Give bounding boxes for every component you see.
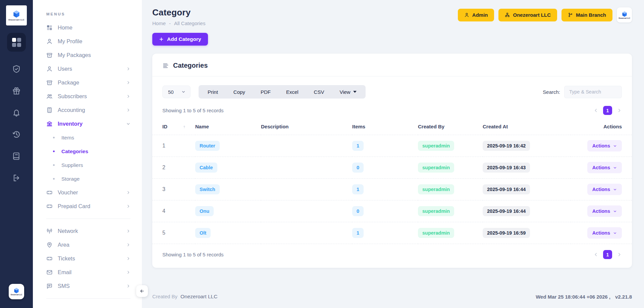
topbar-brand-chip[interactable]: Onezeroart LLC (617, 7, 632, 22)
chevron-down-icon (613, 209, 617, 213)
sidebar-item-suppliers[interactable]: Suppliers (46, 158, 142, 172)
sidebar-item-voucher[interactable]: Voucher (46, 186, 142, 199)
sidebar-item-items[interactable]: Items (46, 131, 142, 144)
row-actions-button[interactable]: Actions (587, 162, 622, 173)
add-category-button[interactable]: Add Category (152, 33, 208, 46)
icon-rail: Onezeroart LLC Onezeroart LLC (0, 0, 33, 308)
chevron-right-icon (126, 256, 130, 261)
history-icon[interactable] (12, 130, 21, 139)
category-name-link[interactable]: Switch (195, 184, 220, 194)
sidebar-item-package[interactable]: Package (46, 76, 142, 89)
box-icon (46, 79, 53, 86)
brand-logo-bottom[interactable]: Onezeroart LLC (9, 284, 24, 299)
book-icon[interactable] (12, 152, 21, 161)
export-excel-button[interactable]: Excel (278, 86, 306, 97)
sidebar-item-area[interactable]: Area (46, 238, 142, 252)
user-icon (46, 66, 53, 72)
breadcrumb-current: All Categories (174, 20, 205, 26)
topbar-actions: Admin Onezeroart LLC Main Branch Onezero… (458, 7, 632, 22)
sidebar-section-label: MENUS (46, 12, 142, 16)
row-actions-button[interactable]: Actions (587, 227, 622, 239)
category-name-link[interactable]: Onu (195, 206, 214, 216)
sidebar-item-categories[interactable]: Categories (46, 144, 142, 158)
row-actions-button[interactable]: Actions (587, 205, 622, 217)
column-header-actions[interactable]: Actions (571, 119, 632, 135)
sidebar-item-my-profile[interactable]: My Profile (46, 35, 142, 48)
row-actions-button[interactable]: Actions (587, 184, 622, 195)
row-description (261, 157, 352, 179)
gift-icon[interactable] (12, 86, 21, 95)
sidebar-item-users[interactable]: Users (46, 62, 142, 76)
export-pdf-button[interactable]: PDF (253, 86, 278, 97)
plus-icon (159, 37, 164, 42)
sidebar-item-label: Accounting (58, 107, 85, 113)
rail-dashboard-button[interactable] (7, 33, 26, 52)
row-actions-button[interactable]: Actions (587, 140, 622, 151)
page-number-button[interactable]: 1 (603, 106, 612, 115)
sign-out-icon[interactable] (12, 174, 21, 182)
sidebar-item-inventory[interactable]: Inventory (46, 117, 142, 131)
items-count-badge[interactable]: 1 (352, 184, 364, 194)
chat-icon (46, 283, 53, 289)
page-length-select[interactable]: 50 (162, 85, 191, 98)
brand-logo[interactable]: Onezeroart LLC (6, 5, 27, 25)
sidebar-item-my-packages[interactable]: My Packages (46, 48, 142, 62)
sidebar-item-storage[interactable]: Storage (46, 172, 142, 186)
sidebar: MENUS Home My Profile My Packages Users … (33, 0, 142, 308)
sidebar-item-prepaid-card[interactable]: Prepaid Card (46, 199, 142, 213)
chevron-right-icon (126, 108, 130, 112)
chevron-right-icon (126, 94, 130, 99)
table-row: 4 Onu 0 superadmin 2025-09-19 16:44 Acti… (152, 200, 632, 222)
items-count-badge[interactable]: 0 (352, 163, 364, 173)
column-header-description[interactable]: Description (261, 119, 352, 135)
onezeroart-llc-button[interactable]: Onezeroart LLC (498, 9, 557, 21)
chevron-right-icon (126, 229, 130, 233)
column-header-name[interactable]: Name (195, 119, 261, 135)
bullet-icon (53, 137, 55, 138)
page-number-button[interactable]: 1 (603, 250, 612, 259)
items-count-badge[interactable]: 1 (352, 141, 364, 151)
export-csv-button[interactable]: CSV (306, 86, 332, 97)
bullet-icon (53, 178, 55, 180)
category-name-link[interactable]: Router (195, 141, 220, 151)
chevron-down-icon (613, 188, 617, 191)
view-dropdown-button[interactable]: View (332, 86, 364, 97)
sidebar-collapse-button[interactable] (136, 285, 148, 297)
export-copy-button[interactable]: Copy (226, 86, 253, 97)
breadcrumb-home[interactable]: Home (152, 20, 166, 26)
column-header-id[interactable]: ID (152, 119, 195, 135)
chevron-right-icon[interactable] (617, 252, 622, 257)
admin-button[interactable]: Admin (458, 9, 494, 21)
category-name-link[interactable]: Cable (195, 163, 217, 173)
column-header-created-at[interactable]: Created At (483, 119, 571, 135)
footer-company-name: Onezeroart LLC (180, 294, 217, 300)
sidebar-item-sms[interactable]: SMS (46, 279, 142, 293)
row-description (261, 200, 352, 222)
search-input[interactable] (564, 86, 622, 98)
shield-check-icon[interactable] (12, 65, 21, 73)
export-print-button[interactable]: Print (200, 86, 226, 97)
chevron-right-icon[interactable] (617, 108, 622, 113)
chevron-left-icon[interactable] (593, 108, 598, 113)
main-branch-button[interactable]: Main Branch (561, 9, 612, 21)
chevron-left-icon[interactable] (593, 252, 598, 257)
brand-logo-icon (12, 10, 20, 18)
bell-icon[interactable] (12, 108, 21, 117)
sidebar-item-label: Categories (61, 148, 88, 155)
user-icon (46, 38, 53, 45)
table-row: 2 Cable 0 superadmin 2025-09-19 16:43 Ac… (152, 157, 632, 179)
created-at-badge: 2025-09-19 16:43 (483, 163, 530, 173)
column-header-created-by[interactable]: Created By (418, 119, 483, 135)
sidebar-item-network[interactable]: Network (46, 224, 142, 238)
sidebar-item-accounting[interactable]: Accounting (46, 103, 142, 117)
created-at-badge: 2025-09-19 16:44 (483, 184, 530, 194)
category-name-link[interactable]: Olt (195, 228, 211, 238)
sidebar-item-home[interactable]: Home (46, 21, 142, 35)
column-header-items[interactable]: Items (352, 119, 418, 135)
row-id: 4 (162, 208, 165, 214)
items-count-badge[interactable]: 1 (352, 228, 364, 238)
sidebar-item-email[interactable]: Email (46, 265, 142, 279)
sidebar-item-tickets[interactable]: Tickets (46, 252, 142, 265)
sidebar-item-subscribers[interactable]: Subscribers (46, 89, 142, 103)
items-count-badge[interactable]: 0 (352, 206, 364, 216)
